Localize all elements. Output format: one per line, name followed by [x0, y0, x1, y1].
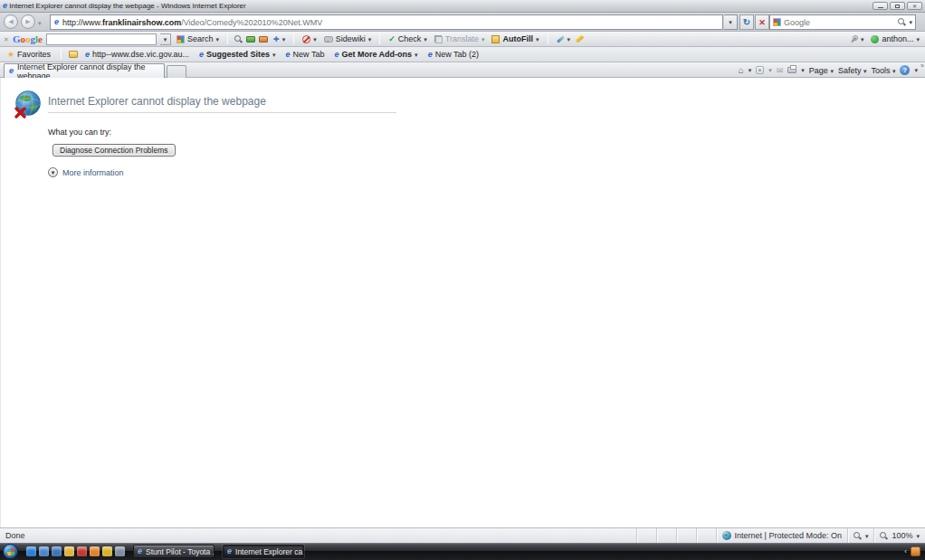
- star-icon: [7, 50, 14, 59]
- page-favicon-icon: e: [54, 18, 59, 26]
- home-icon[interactable]: [739, 65, 744, 75]
- recent-pages-dropdown[interactable]: [38, 19, 42, 27]
- print-icon[interactable]: [787, 67, 796, 73]
- quick-launch-orange-app-icon[interactable]: [90, 546, 100, 556]
- back-button[interactable]: ◀: [4, 14, 18, 29]
- quick-launch-show-desktop-icon[interactable]: [39, 546, 49, 556]
- address-dropdown[interactable]: [724, 14, 738, 30]
- error-subheading: What you can try:: [48, 128, 111, 137]
- autofill-button[interactable]: AutoFill: [490, 33, 540, 44]
- safety-menu[interactable]: Safety: [838, 66, 867, 75]
- ie-logo-icon: e: [3, 2, 7, 10]
- toolbar-search-history-dropdown[interactable]: [160, 33, 171, 45]
- toolbar-search-input[interactable]: [46, 33, 157, 45]
- navigation-bar: ◀ ▶ e http://www.franklinairshow.com/Vid…: [0, 13, 925, 32]
- favicon-icon: e: [286, 51, 291, 59]
- quick-launch: [26, 546, 125, 556]
- feeds-dropdown[interactable]: [768, 66, 772, 74]
- zoom-level-button[interactable]: 100%: [873, 528, 925, 543]
- help-icon[interactable]: ?: [900, 65, 910, 75]
- url-text: http://www.franklinairshow.com/Video/Com…: [62, 18, 322, 27]
- magnifier-icon: [880, 532, 888, 540]
- home-dropdown[interactable]: [749, 66, 752, 74]
- window-controls: ✕: [873, 2, 922, 10]
- diagnose-connection-button[interactable]: Diagnose Connection Problems: [52, 144, 176, 157]
- favicon-icon: e: [85, 51, 90, 59]
- zoom-page-icon: [853, 532, 862, 540]
- favicon-icon: e: [334, 51, 339, 59]
- favorite-item-new-tab[interactable]: e New Tab: [283, 49, 328, 60]
- plus-icon: [273, 34, 280, 43]
- search-box[interactable]: [769, 14, 916, 30]
- toolbar-close-icon[interactable]: [4, 34, 9, 43]
- search-dropdown[interactable]: [909, 18, 912, 26]
- tools-menu[interactable]: Tools: [871, 66, 895, 75]
- account-button[interactable]: anthon...: [869, 33, 921, 44]
- taskbar-button-internet-explorer[interactable]: e Internet Explorer ca...: [223, 545, 304, 558]
- avatar: [871, 35, 879, 43]
- stop-button[interactable]: [755, 14, 769, 30]
- search-options-dropdown[interactable]: [215, 35, 219, 43]
- minimize-button[interactable]: [873, 2, 888, 10]
- bookmarks-icon[interactable]: [246, 36, 255, 43]
- quick-launch-folder-app-icon[interactable]: [64, 546, 74, 556]
- restore-button[interactable]: [890, 2, 905, 10]
- feeds-icon[interactable]: [756, 66, 764, 74]
- close-button[interactable]: ✕: [907, 2, 922, 10]
- sidewiki-icon: [324, 36, 333, 43]
- quick-launch-switch-windows-icon[interactable]: [52, 546, 62, 556]
- sidewiki-button[interactable]: Sidewiki: [322, 33, 374, 44]
- translate-button[interactable]: Translate: [433, 33, 487, 44]
- favorite-item-new-tab-2[interactable]: e New Tab (2): [425, 49, 482, 60]
- taskbar-button-stunt-pilot[interactable]: e Stunt Pilot - Toyota ...: [133, 545, 215, 558]
- gmail-icon[interactable]: [259, 36, 268, 43]
- forward-button[interactable]: ▶: [21, 14, 35, 29]
- new-tab-button[interactable]: [167, 65, 186, 78]
- popup-blocker-button[interactable]: [300, 34, 319, 44]
- page-menu[interactable]: Page: [809, 66, 834, 75]
- autofill-icon: [491, 35, 500, 43]
- favicon-icon: e: [428, 51, 433, 59]
- tray-app-icon[interactable]: [911, 546, 920, 556]
- send-to-button[interactable]: [555, 34, 573, 44]
- read-mail-icon[interactable]: [777, 66, 784, 75]
- wrench-icon: [850, 35, 858, 43]
- window-title: Internet Explorer cannot display the web…: [9, 2, 245, 10]
- globe-error-icon: [13, 90, 43, 120]
- popup-blocker-icon: [302, 35, 310, 43]
- help-dropdown[interactable]: [914, 66, 918, 74]
- quick-launch-gray-app-icon[interactable]: [115, 546, 125, 556]
- expand-icon[interactable]: [48, 167, 58, 177]
- print-dropdown[interactable]: [801, 66, 805, 74]
- status-text: Done: [0, 528, 636, 543]
- favorites-button[interactable]: Favorites: [5, 49, 53, 60]
- tab-favicon-icon: e: [9, 67, 14, 75]
- refresh-button[interactable]: [739, 14, 754, 30]
- favorite-item-suggested-sites[interactable]: e Suggested Sites: [196, 49, 279, 60]
- change-zoom-button[interactable]: [847, 528, 874, 543]
- favorite-item[interactable]: e http--www.dse.vic.gov.au...: [82, 49, 192, 60]
- highlighter-icon[interactable]: [576, 35, 584, 43]
- more-information-link[interactable]: More information: [48, 167, 124, 177]
- tab-active[interactable]: e Internet Explorer cannot display the w…: [4, 63, 165, 78]
- show-hidden-icons-chevron[interactable]: ‹: [904, 547, 907, 555]
- spellcheck-button[interactable]: Check: [386, 33, 429, 44]
- favorites-bar: Favorites e http--www.dse.vic.gov.au... …: [0, 47, 925, 62]
- toolbar-search-button[interactable]: Search: [175, 33, 221, 44]
- add-to-favorites-bar-icon[interactable]: [69, 51, 78, 58]
- add-gadgets-button[interactable]: [272, 33, 287, 44]
- title-bar: e Internet Explorer cannot display the w…: [0, 0, 925, 13]
- site-search-icon[interactable]: [234, 35, 243, 43]
- command-overflow-chevron[interactable]: »: [920, 62, 924, 69]
- search-magnifier-icon[interactable]: [898, 18, 906, 26]
- start-button[interactable]: [3, 544, 18, 559]
- address-bar[interactable]: e http://www.franklinairshow.com/Video/C…: [50, 14, 723, 30]
- internet-zone-icon: [722, 531, 731, 540]
- quick-launch-yellow-app-icon[interactable]: [102, 546, 112, 556]
- translate-icon: [434, 35, 443, 43]
- quick-launch-red-app-icon[interactable]: [77, 546, 87, 556]
- quick-launch-internet-explorer-icon[interactable]: [26, 546, 36, 556]
- favorite-item-get-more-addons[interactable]: e Get More Add-ons: [331, 49, 420, 60]
- search-input[interactable]: [784, 18, 895, 27]
- toolbar-settings-button[interactable]: [848, 34, 866, 44]
